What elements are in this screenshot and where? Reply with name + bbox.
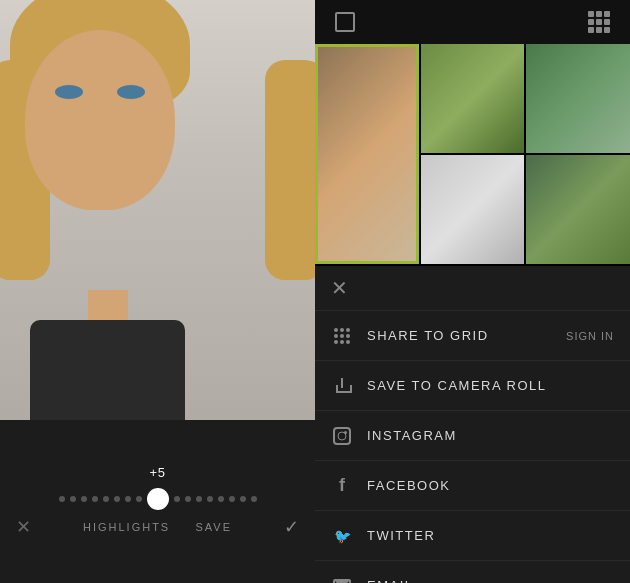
slider-dot (207, 496, 213, 502)
face-skin (25, 30, 175, 210)
menu-panel: ✕ SHARE TO GRID SIGN IN SAVE TO CAMERA R… (315, 266, 630, 583)
dots-icon (331, 325, 353, 347)
slider-dot (114, 496, 120, 502)
menu-item-label: SAVE TO CAMERA ROLL (367, 378, 614, 393)
left-panel: +5 ✕ HIGHLIGHTS SAVE (0, 0, 315, 583)
menu-item-label: INSTAGRAM (367, 428, 614, 443)
menu-item-instagram[interactable]: INSTAGRAM (315, 410, 630, 460)
slider-dot (70, 496, 76, 502)
menu-item-twitter[interactable]: 🐦 TWITTER (315, 510, 630, 560)
slider-dot (174, 496, 180, 502)
top-bar (315, 0, 630, 44)
slider-close-icon[interactable]: ✕ (16, 516, 31, 538)
menu-item-email[interactable]: EMAIL (315, 560, 630, 583)
slider-dot (185, 496, 191, 502)
main-photo (0, 0, 315, 420)
right-panel: ✕ SHARE TO GRID SIGN IN SAVE TO CAMERA R… (315, 0, 630, 583)
email-icon (331, 575, 353, 584)
single-view-icon[interactable] (335, 12, 355, 32)
shirt (30, 320, 185, 420)
hair-right (265, 60, 315, 280)
slider-dot (240, 496, 246, 502)
menu-item-action[interactable]: SIGN IN (566, 330, 614, 342)
slider-dot (229, 496, 235, 502)
eye-left (55, 85, 83, 99)
grid-photo-2[interactable] (421, 44, 525, 153)
slider-area: +5 ✕ HIGHLIGHTS SAVE (0, 420, 315, 583)
slider-label: HIGHLIGHTS SAVE (31, 521, 284, 533)
grid-photo-4[interactable] (421, 155, 525, 264)
download-icon (331, 375, 353, 397)
slider-dot (81, 496, 87, 502)
menu-item-share-to-grid[interactable]: SHARE TO GRID SIGN IN (315, 310, 630, 360)
slider-track[interactable] (0, 488, 315, 510)
photo-grid (315, 44, 630, 266)
menu-item-facebook[interactable]: f FACEBOOK (315, 460, 630, 510)
slider-dot (103, 496, 109, 502)
slider-dot (136, 496, 142, 502)
slider-value: +5 (150, 465, 166, 480)
menu-item-label: SHARE TO GRID (367, 328, 552, 343)
menu-close-icon[interactable]: ✕ (331, 276, 348, 300)
grid-photo-5[interactable] (526, 155, 630, 264)
slider-thumb[interactable] (147, 488, 169, 510)
eye-right (117, 85, 145, 99)
twitter-icon: 🐦 (331, 525, 353, 547)
grid-view-icon[interactable] (588, 11, 610, 33)
slider-dot (125, 496, 131, 502)
slider-bottom: ✕ HIGHLIGHTS SAVE ✓ (0, 516, 315, 538)
slider-dot (218, 496, 224, 502)
slider-dot (59, 496, 65, 502)
slider-dot (92, 496, 98, 502)
slider-confirm-icon[interactable]: ✓ (284, 516, 299, 538)
grid-photo-3[interactable] (526, 44, 630, 153)
menu-item-save-camera-roll[interactable]: SAVE TO CAMERA ROLL (315, 360, 630, 410)
instagram-icon (331, 425, 353, 447)
slider-dot (196, 496, 202, 502)
menu-item-label: EMAIL (367, 578, 614, 583)
grid-photo-1[interactable] (315, 44, 419, 264)
slider-dot (251, 496, 257, 502)
menu-close-row: ✕ (315, 266, 630, 310)
facebook-icon: f (331, 475, 353, 497)
menu-item-label: TWITTER (367, 528, 614, 543)
menu-item-label: FACEBOOK (367, 478, 614, 493)
